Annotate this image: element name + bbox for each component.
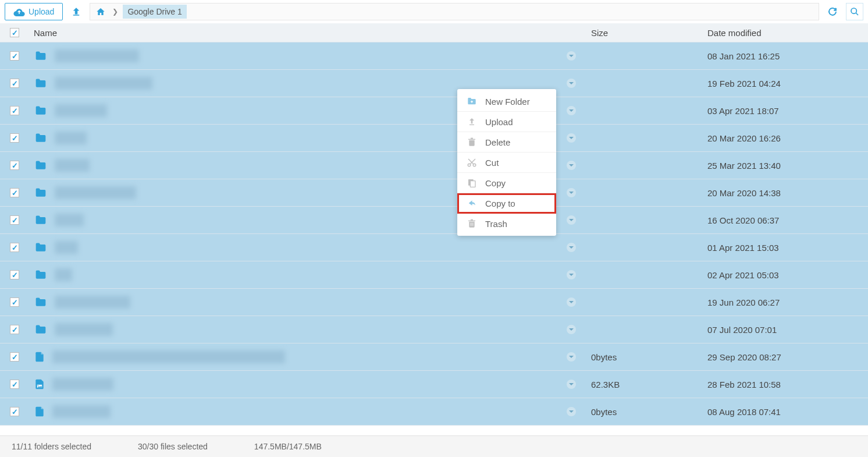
column-header-date[interactable]: Date modified [705, 28, 868, 38]
row-checkbox[interactable] [10, 161, 19, 170]
row-checkbox[interactable] [10, 51, 19, 61]
svg-rect-6 [471, 138, 473, 139]
row-checkbox[interactable] [10, 133, 19, 143]
row-checkbox[interactable] [10, 243, 19, 252]
file-date: 19 Feb 2021 04:24 [705, 79, 868, 88]
delete-icon [467, 137, 477, 147]
row-checkbox[interactable] [10, 270, 19, 279]
status-size: 147.5MB/147.5MB [254, 442, 322, 451]
file-date: 19 Jun 2020 06:27 [705, 297, 868, 307]
menu-item-delete[interactable]: Delete [457, 132, 556, 153]
table-row[interactable]: 02 Apr 2021 05:03 [0, 261, 868, 289]
row-checkbox[interactable] [10, 407, 19, 416]
row-menu-button[interactable] [567, 161, 576, 170]
menu-item-cut[interactable]: Cut [457, 153, 556, 173]
breadcrumb-current[interactable]: Google Drive 1 [123, 5, 186, 19]
file-name-redacted [55, 323, 113, 336]
row-menu-button[interactable] [567, 297, 576, 307]
menu-item-label: New Folder [485, 97, 530, 107]
row-checkbox[interactable] [10, 297, 19, 307]
menu-item-label: Trash [485, 219, 507, 229]
search-button[interactable] [846, 3, 863, 20]
row-menu-button[interactable] [567, 106, 576, 115]
row-menu-button[interactable] [567, 51, 576, 61]
file-size: 0bytes [589, 407, 705, 417]
row-menu-button[interactable] [567, 188, 576, 197]
column-header-name[interactable]: Name [29, 28, 554, 38]
row-checkbox[interactable] [10, 380, 19, 389]
row-menu-button[interactable] [567, 215, 576, 225]
file-date: 20 Mar 2020 16:26 [705, 133, 868, 143]
upload-button[interactable]: Upload [5, 3, 63, 20]
svg-rect-0 [73, 15, 80, 16]
row-menu-button[interactable] [567, 79, 576, 88]
file-date: 02 Apr 2021 05:03 [705, 270, 868, 280]
file-list[interactable]: 08 Jan 2021 16:2519 Feb 2021 04:2403 Apr… [0, 42, 868, 435]
up-one-level-button[interactable] [67, 3, 85, 20]
file-date: 25 Mar 2021 13:40 [705, 161, 868, 171]
menu-item-trash[interactable]: Trash [457, 214, 556, 233]
table-row[interactable]: 0bytes08 Aug 2018 07:41 [0, 398, 868, 426]
file-date: 03 Apr 2021 18:07 [705, 106, 868, 116]
row-checkbox[interactable] [10, 79, 19, 88]
cut-icon [467, 157, 477, 168]
file-date: 01 Apr 2021 15:03 [705, 243, 868, 253]
table-row[interactable]: 25 Mar 2021 13:40 [0, 152, 868, 179]
file-name-redacted [55, 241, 78, 254]
row-menu-button[interactable] [567, 133, 576, 143]
menu-item-label: Upload [485, 117, 513, 127]
column-header-size[interactable]: Size [589, 28, 705, 38]
upload-label: Upload [29, 7, 54, 16]
table-row[interactable]: 07 Jul 2020 07:01 [0, 316, 868, 343]
file-date: 20 Mar 2020 14:38 [705, 188, 868, 198]
row-menu-button[interactable] [567, 243, 576, 252]
file-name-redacted [52, 405, 111, 418]
file-name-redacted [55, 49, 139, 62]
row-menu-button[interactable] [567, 407, 576, 416]
select-all-checkbox[interactable] [10, 28, 19, 37]
menu-item-new-folder[interactable]: New Folder [457, 91, 556, 112]
menu-item-label: Cut [485, 158, 499, 168]
menu-item-upload[interactable]: Upload [457, 112, 556, 132]
row-checkbox[interactable] [10, 352, 19, 362]
file-date: 07 Jul 2020 07:01 [705, 325, 868, 335]
status-bar: 11/11 folders selected 30/30 files selec… [0, 435, 868, 457]
folder-icon [34, 242, 48, 253]
file-date: 16 Oct 2020 06:37 [705, 215, 868, 225]
table-row[interactable]: 20 Mar 2020 16:26 [0, 125, 868, 152]
table-row[interactable]: 19 Jun 2020 06:27 [0, 289, 868, 316]
folder-icon [34, 214, 48, 226]
file-name-redacted [55, 186, 136, 199]
row-checkbox[interactable] [10, 106, 19, 115]
table-row[interactable]: 01 Apr 2021 15:03 [0, 234, 868, 261]
file-icon [34, 350, 45, 364]
row-checkbox[interactable] [10, 188, 19, 197]
copy-icon [467, 178, 477, 188]
table-row[interactable]: 0bytes29 Sep 2020 08:27 [0, 343, 868, 371]
table-row[interactable]: 20 Mar 2020 14:38 [0, 179, 868, 207]
table-row[interactable]: 03 Apr 2021 18:07 [0, 97, 868, 125]
menu-item-copy[interactable]: Copy [457, 173, 556, 193]
table-row[interactable]: 08 Jan 2021 16:25 [0, 42, 868, 70]
row-checkbox[interactable] [10, 215, 19, 225]
file-size: 0bytes [589, 352, 705, 362]
table-row[interactable]: 19 Feb 2021 04:24 [0, 70, 868, 97]
table-row[interactable]: 62.3KB28 Feb 2021 10:58 [0, 371, 868, 398]
file-name-redacted [55, 214, 84, 226]
menu-item-copy-to[interactable]: Copy to [457, 193, 556, 214]
home-icon[interactable] [94, 3, 108, 20]
menu-item-label: Copy [485, 178, 506, 188]
file-date: 28 Feb 2021 10:58 [705, 380, 868, 389]
row-menu-button[interactable] [567, 380, 576, 389]
menu-item-label: Delete [485, 137, 510, 147]
file-date: 08 Jan 2021 16:25 [705, 51, 868, 61]
row-menu-button[interactable] [567, 270, 576, 279]
folder-icon [34, 187, 48, 199]
refresh-button[interactable] [824, 3, 841, 20]
table-row[interactable]: 16 Oct 2020 06:37 [0, 207, 868, 234]
folder-icon [34, 105, 48, 116]
row-menu-button[interactable] [567, 325, 576, 334]
row-menu-button[interactable] [567, 352, 576, 362]
row-checkbox[interactable] [10, 325, 19, 334]
file-date: 08 Aug 2018 07:41 [705, 407, 868, 417]
